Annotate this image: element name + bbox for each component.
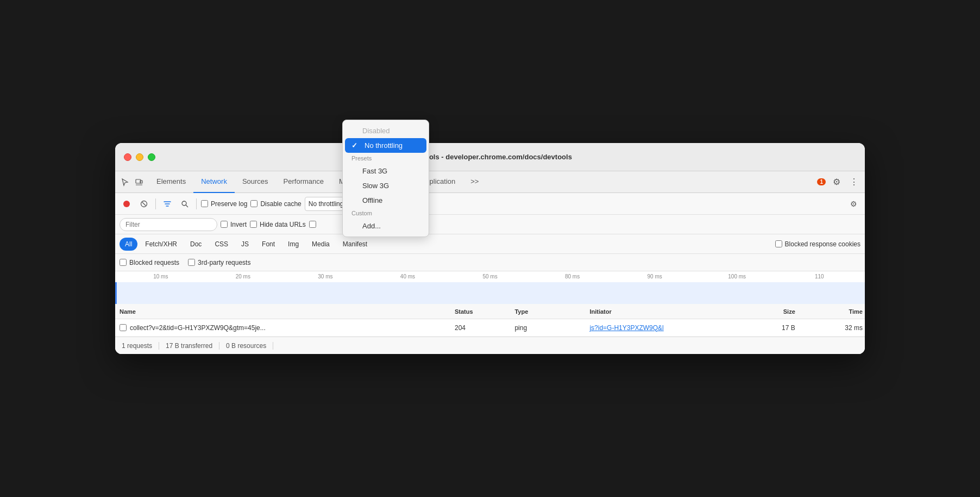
devtools-window: DevTools - developer.chrome.com/docs/dev… bbox=[115, 143, 865, 354]
throttle-value: No throttling bbox=[309, 200, 344, 208]
dropdown-fast-3g[interactable]: Fast 3G bbox=[343, 164, 429, 178]
header-type: Type bbox=[512, 308, 587, 315]
row-status: 204 bbox=[453, 324, 512, 332]
window-title: DevTools - developer.chrome.com/docs/dev… bbox=[408, 153, 572, 161]
filter-icon[interactable] bbox=[160, 197, 174, 211]
third-party-checkbox[interactable]: 3rd-party requests bbox=[188, 259, 250, 266]
tab-sources[interactable]: Sources bbox=[235, 171, 276, 193]
row-name: collect?v=2&tid=G-H1Y3PXZW9Q&gtm=45je... bbox=[115, 324, 453, 332]
close-button[interactable] bbox=[124, 153, 131, 161]
status-requests: 1 requests bbox=[122, 342, 159, 350]
header-initiator: Initiator bbox=[587, 308, 737, 315]
svg-line-7 bbox=[186, 205, 188, 207]
notification-area: 1 bbox=[817, 178, 826, 185]
notification-badge: 1 bbox=[817, 178, 826, 185]
traffic-lights bbox=[124, 153, 155, 161]
header-status: Status bbox=[453, 308, 512, 315]
type-filter-bar: All Fetch/XHR Doc CSS JS Font Img Media … bbox=[115, 234, 865, 254]
dropdown-presets-label: Presets bbox=[343, 153, 429, 164]
blocked-bar: Blocked requests 3rd-party requests bbox=[115, 254, 865, 271]
device-icon[interactable] bbox=[134, 177, 145, 188]
invert-checkbox[interactable]: Invert bbox=[221, 221, 247, 228]
titlebar: DevTools - developer.chrome.com/docs/dev… bbox=[115, 143, 865, 171]
timeline-label-30ms: 30 ms bbox=[284, 274, 367, 279]
dropdown-custom-label: Custom bbox=[343, 208, 429, 219]
tab-more[interactable]: >> bbox=[463, 171, 486, 193]
type-media-button[interactable]: Media bbox=[306, 238, 335, 251]
tab-right-actions: 1 ⚙ ⋮ bbox=[817, 176, 860, 189]
type-font-button[interactable]: Font bbox=[256, 238, 280, 251]
table-row[interactable]: collect?v=2&tid=G-H1Y3PXZW9Q&gtm=45je...… bbox=[115, 319, 865, 337]
extra-checkbox[interactable] bbox=[309, 221, 316, 228]
row-size: 17 B bbox=[737, 324, 797, 332]
minimize-button[interactable] bbox=[136, 153, 143, 161]
timeline-bar bbox=[115, 282, 865, 304]
network-toolbar: Preserve log Disable cache No throttling… bbox=[115, 193, 865, 215]
type-manifest-button[interactable]: Manifest bbox=[337, 238, 373, 251]
row-type: ping bbox=[512, 324, 587, 332]
type-fetch-xhr-button[interactable]: Fetch/XHR bbox=[140, 238, 183, 251]
type-doc-button[interactable]: Doc bbox=[185, 238, 207, 251]
timeline-label-10ms: 10 ms bbox=[120, 274, 202, 279]
checkmark-icon: ✓ bbox=[351, 143, 357, 150]
svg-point-6 bbox=[182, 201, 186, 206]
tab-icons bbox=[120, 177, 145, 188]
type-all-button[interactable]: All bbox=[120, 238, 137, 251]
network-settings-icon[interactable]: ⚙ bbox=[846, 197, 860, 211]
type-img-button[interactable]: Img bbox=[282, 238, 304, 251]
dropdown-slow-3g[interactable]: Slow 3G bbox=[343, 178, 429, 193]
cursor-icon[interactable] bbox=[120, 177, 130, 188]
disable-cache-checkbox[interactable]: Disable cache bbox=[250, 200, 301, 208]
network-table: Name Status Type Initiator Size Time col… bbox=[115, 304, 865, 337]
maximize-button[interactable] bbox=[148, 153, 155, 161]
status-bar: 1 requests 17 B transferred 0 B resource… bbox=[115, 337, 865, 354]
row-checkbox[interactable] bbox=[120, 324, 127, 331]
timeline-label-90ms: 90 ms bbox=[613, 274, 696, 279]
tab-network[interactable]: Network bbox=[193, 171, 235, 193]
timeline-label-100ms: 100 ms bbox=[696, 274, 778, 279]
row-initiator: js?id=G-H1Y3PXZW9Q&l bbox=[587, 324, 737, 332]
filter-bar: Invert Hide data URLs bbox=[115, 215, 865, 234]
timeline-label-20ms: 20 ms bbox=[202, 274, 285, 279]
toolbar-divider-2 bbox=[196, 198, 197, 209]
timeline-label-80ms: 80 ms bbox=[531, 274, 614, 279]
status-transferred: 17 B transferred bbox=[159, 342, 219, 350]
dropdown-offline[interactable]: Offline bbox=[343, 193, 429, 208]
timeline-label-50ms: 50 ms bbox=[449, 274, 531, 279]
timeline-label-40ms: 40 ms bbox=[367, 274, 449, 279]
throttle-dropdown-menu: Disabled ✓ No throttling Presets Fast 3G… bbox=[342, 143, 429, 237]
toolbar-divider-1 bbox=[155, 198, 156, 209]
hide-data-urls-checkbox[interactable]: Hide data URLs bbox=[250, 221, 306, 228]
search-icon[interactable] bbox=[178, 197, 192, 211]
status-resources: 0 B resources bbox=[219, 342, 273, 350]
dropdown-add[interactable]: Add... bbox=[343, 219, 429, 233]
svg-point-3 bbox=[123, 201, 130, 207]
timeline-label-110ms: 110 bbox=[778, 274, 861, 279]
table-header: Name Status Type Initiator Size Time bbox=[115, 304, 865, 319]
svg-line-5 bbox=[142, 202, 146, 206]
row-time: 32 ms bbox=[797, 324, 865, 332]
clear-button[interactable] bbox=[137, 197, 151, 211]
devtools-body: Elements Network Sources Performance Mem… bbox=[115, 171, 865, 354]
record-button[interactable] bbox=[120, 197, 134, 211]
row-initiator-link[interactable]: js?id=G-H1Y3PXZW9Q&l bbox=[589, 324, 663, 332]
header-name: Name bbox=[115, 308, 453, 315]
dropdown-no-throttling[interactable]: ✓ No throttling bbox=[345, 143, 426, 153]
blocked-requests-checkbox[interactable]: Blocked requests bbox=[120, 259, 179, 266]
tab-elements[interactable]: Elements bbox=[149, 171, 193, 193]
tab-performance[interactable]: Performance bbox=[276, 171, 331, 193]
filter-input[interactable] bbox=[120, 218, 217, 231]
tab-bar: Elements Network Sources Performance Mem… bbox=[115, 171, 865, 193]
settings-icon[interactable]: ⚙ bbox=[830, 176, 843, 189]
blocked-cookies-checkbox[interactable]: Blocked response cookies bbox=[775, 240, 860, 248]
preserve-log-checkbox[interactable]: Preserve log bbox=[201, 200, 247, 208]
type-js-button[interactable]: JS bbox=[236, 238, 254, 251]
more-options-icon[interactable]: ⋮ bbox=[847, 176, 860, 189]
type-css-button[interactable]: CSS bbox=[209, 238, 234, 251]
header-size: Size bbox=[737, 308, 797, 315]
timeline: 10 ms 20 ms 30 ms 40 ms 50 ms 80 ms 90 m… bbox=[115, 271, 865, 304]
header-time: Time bbox=[797, 308, 865, 315]
